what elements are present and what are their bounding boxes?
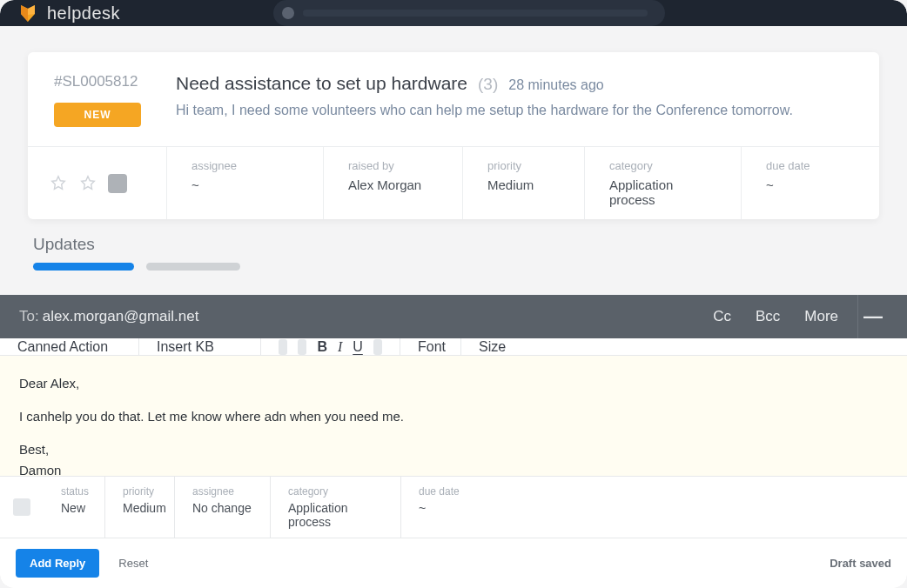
meta-assignee[interactable]: assignee ~: [167, 147, 324, 219]
composer-footer: Add Reply Reset Draft saved: [0, 538, 907, 588]
brand-logo[interactable]: helpdesk: [17, 3, 120, 23]
bcc-button[interactable]: Bcc: [756, 308, 780, 325]
ticket-preview: Hi team, I need some volunteers who can …: [176, 103, 853, 118]
meta-value: ~: [766, 177, 855, 192]
meta-value: Alex Morgan: [348, 177, 438, 192]
meta-value: ~: [191, 177, 299, 192]
reply-assignee[interactable]: assignee No change: [174, 477, 270, 538]
more-button[interactable]: More: [804, 308, 838, 325]
star-outline-icon[interactable]: [49, 174, 68, 193]
ticket-card: #SL0005812 NEW Need assistance to set up…: [28, 52, 879, 219]
minimize-icon[interactable]: —: [858, 305, 888, 328]
meta-due-date[interactable]: due date ~: [742, 147, 879, 219]
format-group: B I U: [261, 338, 400, 355]
fox-logo-icon: [17, 3, 38, 23]
ticket-reply-count: (3): [478, 75, 498, 94]
meta-label: priority: [487, 159, 560, 172]
meta-label: assignee: [191, 159, 299, 172]
format-icon[interactable]: [373, 339, 382, 355]
updates-tabs: [33, 263, 879, 271]
canned-action-button[interactable]: Canned Action: [0, 338, 139, 355]
reply-meta-row: status New priority Medium assignee No c…: [0, 476, 907, 538]
meta-value: Medium: [487, 177, 560, 192]
draft-saved-label: Draft saved: [830, 557, 891, 570]
updates-heading: Updates: [33, 235, 879, 254]
reply-priority[interactable]: priority Medium: [104, 477, 174, 538]
ticket-id: #SL0005812: [54, 73, 150, 90]
editor-line: Dear Alex,: [19, 373, 888, 394]
search-placeholder-skeleton: [303, 10, 648, 17]
bold-button[interactable]: B: [317, 339, 327, 355]
reply-editor[interactable]: Dear Alex, I canhelp you do that. Let me…: [0, 356, 907, 476]
to-label: To:: [19, 308, 39, 325]
brand-name: helpdesk: [47, 3, 120, 23]
reply-category[interactable]: category Application process: [270, 477, 400, 538]
cc-button[interactable]: Cc: [713, 308, 731, 325]
reply-checkbox[interactable]: [0, 477, 44, 538]
meta-category[interactable]: category Application process: [585, 147, 742, 219]
composer-header: To: alex.morgan@gmail.net Cc Bcc More —: [0, 295, 907, 338]
tab-updates-active[interactable]: [33, 263, 134, 271]
meta-value: Application process: [609, 177, 716, 207]
underline-button[interactable]: U: [353, 339, 363, 355]
ticket-title[interactable]: Need assistance to set up hardware: [176, 73, 467, 94]
format-icon[interactable]: [279, 339, 287, 355]
meta-priority[interactable]: priority Medium: [463, 147, 585, 219]
reply-due-date[interactable]: due date ~: [400, 477, 907, 538]
editor-toolbar: Canned Action Insert KB B I U Font Size: [0, 338, 907, 356]
status-badge: NEW: [54, 103, 141, 127]
topbar: helpdesk: [0, 0, 907, 26]
meta-label: raised by: [348, 159, 438, 172]
ticket-age: 28 minutes ago: [508, 77, 603, 93]
meta-raised-by[interactable]: raised by Alex Morgan: [324, 147, 463, 219]
reply-status[interactable]: status New: [44, 477, 104, 538]
add-reply-button[interactable]: Add Reply: [16, 549, 99, 578]
italic-button[interactable]: I: [338, 339, 342, 355]
tab-updates-inactive[interactable]: [146, 263, 240, 271]
meta-label: due date: [766, 159, 855, 172]
size-select[interactable]: Size: [461, 338, 907, 355]
format-icon[interactable]: [298, 339, 306, 355]
meta-label: category: [609, 159, 716, 172]
reset-button[interactable]: Reset: [118, 557, 148, 570]
to-value[interactable]: alex.morgan@gmail.net: [43, 308, 199, 325]
editor-line: I canhelp you do that. Let me know where…: [19, 406, 888, 427]
search-input[interactable]: [273, 0, 665, 26]
search-icon: [282, 7, 294, 19]
ticket-actions: [28, 147, 167, 219]
insert-kb-button[interactable]: Insert KB: [139, 338, 261, 355]
editor-line: Best,: [19, 439, 888, 460]
star-outline-icon[interactable]: [78, 174, 97, 193]
checkbox-icon[interactable]: [108, 174, 127, 193]
font-select[interactable]: Font: [400, 338, 461, 355]
